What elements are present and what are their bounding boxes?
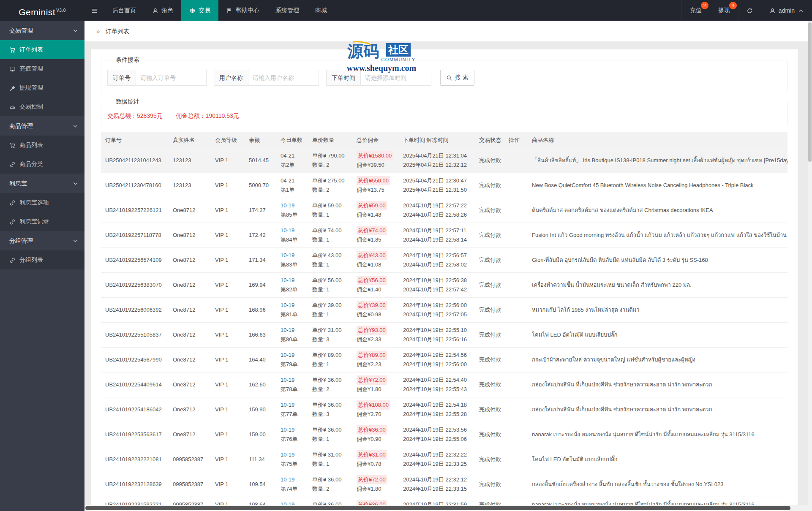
cell-real-name: 123123 (169, 148, 211, 173)
cell-status: 完成付款 (475, 397, 504, 422)
table-header-cell: 真实姓名 (169, 132, 211, 148)
menu-toggle-button[interactable] (84, 0, 104, 21)
cell-total-commission: 总价¥93.00佣金¥2.33 (352, 323, 399, 348)
sidebar-item-label: 交易控制 (19, 103, 43, 111)
cell-product-name: กล่องลิ้นชักเก็บเครื่องสำอาง ลิ้นชัก กล่… (528, 472, 787, 497)
total-price-chip: 总价¥43.00 (357, 251, 387, 260)
nav-item-help[interactable]: 帮助中心 (218, 0, 267, 21)
cell-product-name: กล่องใส่แปรงสีฟัน ที่เก็บแปรงสีฟัน ช่วยร… (528, 372, 787, 397)
cell-product-name: กล่องใส่แปรงสีฟัน ที่เก็บแปรงสีฟัน ช่วยร… (528, 397, 787, 422)
cell-order-id: UB2410192253563617 (101, 422, 169, 447)
cell-vip-level: VIP 1 (211, 372, 245, 397)
nav-item-roles[interactable]: 角色 (144, 0, 181, 21)
cell-times: 2024年10月19日 22:55:102024年10月19日 22:56:16 (399, 323, 475, 348)
sidebar-group-trade-mgmt[interactable]: 交易管理 (0, 21, 84, 40)
cell-product-name: ต้นคริสต์มาส ดอกคริสต์มาส ของแต่งคริสต์ม… (528, 198, 787, 223)
vertical-scrollbar[interactable] (808, 21, 812, 511)
table-row: UB2410192254409614One8712VIP 1162.6010-1… (101, 372, 787, 397)
table-header-cell: 会员等级 (211, 132, 245, 148)
cell-actions (504, 348, 528, 372)
sidebar-item-label: 商品列表 (19, 141, 43, 149)
cell-order-id: UB2410192254567990 (101, 348, 169, 372)
nav-right: 充值 2 提现 4 admin (681, 0, 812, 21)
orders-table-body: UB2504211231041243123123VIP 15014.4504-2… (101, 148, 787, 511)
horizontal-scrollbar-thumb[interactable] (85, 506, 790, 510)
sidebar-item-order-list[interactable]: 订单列表 (0, 40, 84, 59)
sidebar-group-product-mgmt[interactable]: 商品管理 (0, 116, 84, 136)
cell-status: 完成付款 (475, 372, 504, 397)
link-icon (9, 160, 16, 168)
horizontal-scrollbar[interactable] (84, 505, 808, 511)
top-navbar: GeministV3.0 后台首页角色交易帮助中心系统管理商城 充值 2 提现 … (0, 0, 812, 21)
cell-product-name: โคมไฟ LED อัตโนมัติ แบบเสียบปลั๊ก (528, 323, 787, 348)
sidebar-item-trade-control[interactable]: 交易控制 (0, 97, 84, 116)
user-menu[interactable]: admin (761, 0, 812, 21)
nav-item-withdraw[interactable]: 提现 4 (710, 0, 738, 21)
cell-times: 2024年10月19日 22:54:182024年10月19日 22:55:28 (399, 397, 475, 422)
cell-order-id: UB2410192256383070 (101, 273, 169, 298)
sidebar-group-label: 利息宝 (9, 180, 27, 187)
refresh-button[interactable] (738, 0, 761, 21)
nav-item-mall[interactable]: 商城 (307, 0, 335, 21)
nav-item-system[interactable]: 系统管理 (267, 0, 307, 21)
cell-daily-orders: 04-21第2单 (276, 148, 308, 173)
cell-times: 2024年10月19日 22:56:572024年10月19日 22:58:02 (399, 248, 475, 273)
table-row: UB2410192256383070One8712VIP 1169.9410-1… (101, 273, 787, 298)
cell-vip-level: VIP 1 (211, 348, 245, 372)
cell-status: 完成付款 (475, 298, 504, 323)
cell-daily-orders: 04-21第1单 (276, 173, 308, 198)
sidebar-item-label: 订单列表 (19, 46, 43, 54)
table-row: UB2504211231041243123123VIP 15014.4504-2… (101, 148, 787, 173)
cell-product-name: กระเป๋าผ้าสะพายใหล่ ความจุขนาดใหญ่ แฟชั่… (528, 348, 787, 372)
cell-real-name: 123123 (169, 173, 211, 198)
sidebar-group-label: 商品管理 (9, 122, 33, 129)
search-panel-legend: 条件搜索 (112, 56, 144, 64)
order-time-input[interactable] (360, 70, 431, 86)
breadcrumb-sep-icon: » (96, 27, 100, 35)
cell-product-name: โคมไฟ LED อัตโนมัติ แบบเสียบปลั๊ก (528, 447, 787, 472)
cell-price-qty: 单价¥ 74.00数量: 1 (308, 223, 352, 248)
cell-status: 完成付款 (475, 447, 504, 472)
table-header-cell: 单价数量 (308, 132, 352, 148)
search-button[interactable]: 搜 索 (440, 70, 474, 86)
sidebar-item-withdraw-mgmt[interactable]: 提现管理 (0, 78, 84, 97)
cell-status: 完成付款 (475, 348, 504, 372)
cell-times: 2024年10月19日 22:32:222024年10月19日 22:33:25 (399, 447, 475, 472)
cell-total-commission: 总价¥89.00佣金¥2.23 (352, 348, 399, 372)
sidebar-group-lixibao[interactable]: 利息宝 (0, 174, 84, 193)
username-input[interactable] (248, 70, 319, 86)
order-id-input[interactable] (136, 70, 207, 86)
nav-item-label: 角色 (161, 7, 173, 14)
cell-total-commission: 总价¥1580.00佣金¥39.50 (352, 148, 399, 173)
vertical-scrollbar-thumb[interactable] (808, 22, 812, 162)
cell-price-qty: 单价¥ 275.00数量: 2 (308, 173, 352, 198)
cell-price-qty: 单价¥ 790.00数量: 2 (308, 148, 352, 173)
menu-icon (91, 7, 98, 14)
nav-item-trade[interactable]: 交易 (181, 0, 218, 21)
sidebar-item-lixibao-options[interactable]: 利息宝选项 (0, 193, 84, 212)
cell-price-qty: 单价¥ 89.00数量: 1 (308, 348, 352, 372)
cell-times: 2024年10月19日 22:53:562024年10月19日 22:55:06 (399, 422, 475, 447)
cell-real-name: One8712 (169, 198, 211, 223)
cell-order-id: UB2504211231041243 (101, 148, 169, 173)
sidebar-item-group-list[interactable]: 分组列表 (0, 250, 84, 269)
cell-times: 2024年10月19日 22:57:112024年10月19日 22:58:14 (399, 223, 475, 248)
total-price-chip: 总价¥56.00 (357, 276, 387, 285)
cell-balance: 171.34 (245, 248, 276, 273)
sidebar-item-product-category[interactable]: 商品分类 (0, 155, 84, 174)
sidebar-group-group-mgmt[interactable]: 分组管理 (0, 231, 84, 250)
sidebar-item-lixibao-records[interactable]: 利息宝记录 (0, 212, 84, 231)
cell-vip-level: VIP 1 (211, 248, 245, 273)
cell-daily-orders: 10-19第85单 (276, 198, 308, 223)
cell-status: 完成付款 (475, 223, 504, 248)
cell-balance: 168.96 (245, 298, 276, 323)
nav-item-recharge[interactable]: 充值 2 (681, 0, 710, 21)
sidebar-item-product-list[interactable]: 商品列表 (0, 136, 84, 155)
sidebar-item-recharge-mgmt[interactable]: 充值管理 (0, 59, 84, 78)
commission-total: 佣金总额：190110.53元 (176, 112, 239, 119)
sidebar-item-label: 利息宝记录 (19, 218, 49, 226)
app: GeministV3.0 后台首页角色交易帮助中心系统管理商城 充值 2 提现 … (0, 0, 812, 511)
nav-item-home[interactable]: 后台首页 (104, 0, 144, 21)
nav-item-label: 后台首页 (112, 7, 136, 14)
main-page: 条件搜索 订单号 用户名称 下单时间 (84, 41, 808, 511)
